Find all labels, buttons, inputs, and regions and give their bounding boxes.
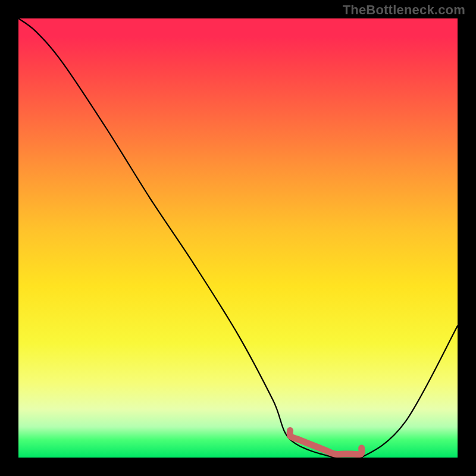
bottleneck-curve xyxy=(18,18,458,458)
watermark-text: TheBottleneck.com xyxy=(343,2,465,18)
optimal-band-marker xyxy=(290,430,362,454)
plot-area xyxy=(18,18,458,458)
chart-frame: TheBottleneck.com xyxy=(0,0,476,476)
curve-layer xyxy=(18,18,458,458)
